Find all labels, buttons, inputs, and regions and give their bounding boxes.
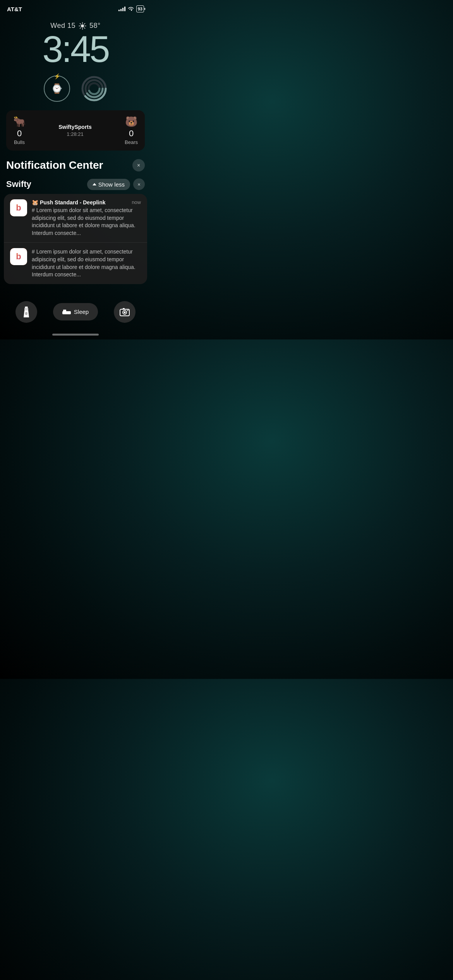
away-team-name: Bears: [125, 139, 138, 145]
svg-rect-23: [123, 308, 125, 310]
notification-content-2: # Lorem ipsum dolor sit amet, consectetu…: [32, 248, 141, 278]
notification-center-header: Notification Center ×: [6, 159, 145, 171]
sleep-label: Sleep: [74, 308, 89, 315]
score-widget: 🐂 0 Bulls SwiftySports 1:28:21 🐻 0 Bears: [6, 110, 145, 151]
home-team-name: Bulls: [14, 139, 25, 145]
watch-widgets: ⌚: [0, 75, 151, 102]
notification-title-1: 🐹 Push Standard - Deeplink: [32, 199, 106, 206]
score-app-name: SwiftySports: [58, 124, 92, 130]
notification-item-1[interactable]: b 🐹 Push Standard - Deeplink now # Lorem…: [4, 194, 147, 243]
swifty-controls: Show less ×: [87, 178, 145, 190]
time-display: 3:45: [0, 31, 151, 68]
notification-item-2[interactable]: b # Lorem ipsum dolor sit amet, consecte…: [4, 243, 147, 284]
battery-indicator: 93: [136, 5, 144, 12]
bottom-controls: Sleep: [0, 292, 151, 331]
sleep-button[interactable]: Sleep: [53, 303, 98, 320]
swifty-section-header: Swifty Show less ×: [6, 178, 145, 190]
notifications-list: b 🐹 Push Standard - Deeplink now # Lorem…: [4, 194, 147, 284]
swifty-close-button[interactable]: ×: [133, 178, 145, 190]
home-team: 🐂 0 Bulls: [13, 116, 26, 145]
show-less-button[interactable]: Show less: [87, 179, 130, 190]
signal-bars-icon: [118, 7, 125, 11]
swifty-app-label: Swifty: [6, 179, 31, 189]
svg-point-22: [124, 311, 126, 313]
bulls-icon: 🐂: [13, 116, 26, 128]
away-team: 🐻 0 Bears: [125, 116, 138, 145]
home-team-score: 0: [17, 128, 22, 139]
notification-body-2: # Lorem ipsum dolor sit amet, consectetu…: [32, 248, 141, 278]
swifty-logo-icon: b: [16, 203, 21, 213]
svg-rect-17: [25, 312, 27, 315]
notification-center-close-button[interactable]: ×: [132, 159, 145, 171]
notification-center-title: Notification Center: [6, 159, 103, 171]
svg-rect-16: [24, 308, 28, 310]
svg-point-0: [81, 24, 84, 27]
bears-icon: 🐻: [125, 116, 137, 128]
swifty-logo-icon-2: b: [16, 252, 21, 262]
away-team-score: 0: [129, 128, 134, 139]
wifi-icon: [128, 7, 134, 11]
flashlight-button[interactable]: [15, 301, 37, 323]
activity-widget: [81, 75, 107, 102]
watch-widget: ⌚: [44, 75, 70, 102]
show-less-label: Show less: [98, 181, 125, 188]
sleep-icon: [62, 309, 71, 315]
svg-point-24: [127, 310, 129, 311]
camera-icon: [120, 308, 130, 316]
camera-button[interactable]: [114, 301, 136, 323]
notification-app-icon-1: b: [10, 199, 27, 216]
svg-line-8: [84, 23, 85, 24]
svg-rect-19: [63, 310, 66, 312]
status-bar: AT&T 93: [0, 0, 151, 15]
activity-rings-icon: [81, 75, 107, 102]
notification-content-1: 🐹 Push Standard - Deeplink now # Lorem i…: [32, 199, 141, 237]
score-center-info: SwiftySports 1:28:21: [58, 124, 92, 137]
flashlight-icon: [22, 307, 31, 317]
status-right-icons: 93: [118, 5, 144, 12]
chevron-up-icon: [93, 183, 96, 185]
notification-app-icon-2: b: [10, 248, 27, 265]
notification-header-row-1: 🐹 Push Standard - Deeplink now: [32, 199, 141, 206]
score-game-time: 1:28:21: [58, 131, 92, 137]
carrier-label: AT&T: [7, 6, 22, 12]
svg-rect-15: [25, 307, 28, 308]
home-indicator: [52, 334, 99, 336]
notification-emoji-1: 🐹: [32, 199, 38, 206]
notification-body-1: # Lorem ipsum dolor sit amet, consectetu…: [32, 207, 141, 237]
svg-line-5: [80, 23, 81, 24]
watch-icon: ⌚: [51, 83, 63, 94]
notification-time-1: now: [132, 199, 141, 205]
